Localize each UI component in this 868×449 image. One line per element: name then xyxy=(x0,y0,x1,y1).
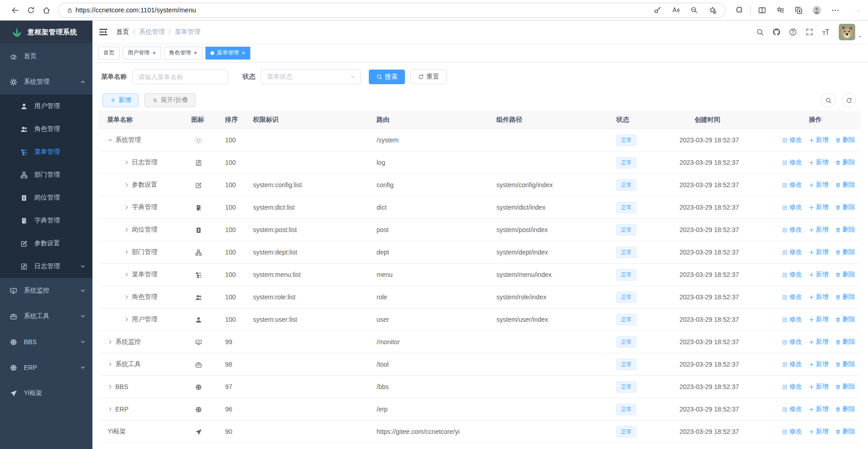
lock-icon[interactable] xyxy=(64,2,75,18)
action-delete[interactable]: 删除 xyxy=(835,181,855,189)
favorite-star-icon[interactable] xyxy=(703,3,722,17)
expand-row-icon[interactable] xyxy=(124,182,129,188)
more-icon[interactable] xyxy=(826,2,844,18)
close-icon[interactable]: × xyxy=(242,50,245,56)
status-select[interactable]: 菜单状态 xyxy=(261,70,361,84)
action-add[interactable]: 新增 xyxy=(809,338,829,346)
action-delete[interactable]: 删除 xyxy=(835,270,855,279)
copilot-icon[interactable] xyxy=(848,2,866,18)
action-edit[interactable]: 修改 xyxy=(782,158,802,167)
action-delete[interactable]: 删除 xyxy=(835,405,855,413)
tag-首页[interactable]: 首页 xyxy=(98,47,119,60)
sidebar-item-菜单管理[interactable]: 菜单管理 xyxy=(0,141,92,163)
sidebar-item-参数设置[interactable]: 参数设置 xyxy=(0,232,92,255)
sidebar-item-ERP[interactable]: ERP xyxy=(0,355,92,380)
menu-name-input[interactable] xyxy=(132,70,228,84)
action-edit[interactable]: 修改 xyxy=(782,226,802,234)
tag-角色管理[interactable]: 角色管理× xyxy=(164,47,203,60)
sidebar-item-部门管理[interactable]: 部门管理 xyxy=(0,163,92,186)
expand-row-icon[interactable] xyxy=(124,294,129,300)
favorites-icon[interactable] xyxy=(771,2,789,18)
action-add[interactable]: 新增 xyxy=(809,270,829,279)
user-avatar[interactable] xyxy=(839,24,855,40)
zoom-out-icon[interactable] xyxy=(685,3,703,17)
action-delete[interactable]: 删除 xyxy=(835,158,855,167)
search-button[interactable]: 搜索 xyxy=(369,70,405,84)
breadcrumb-item[interactable]: 首页 xyxy=(116,28,129,36)
expand-row-icon[interactable] xyxy=(124,160,129,165)
action-add[interactable]: 新增 xyxy=(809,405,829,413)
action-edit[interactable]: 修改 xyxy=(782,181,802,189)
close-icon[interactable]: × xyxy=(194,50,198,56)
action-delete[interactable]: 删除 xyxy=(835,383,855,391)
action-add[interactable]: 新增 xyxy=(809,360,829,368)
expand-collapse-button[interactable]: 展开/折叠 xyxy=(145,93,195,107)
sidebar-item-BBS[interactable]: BBS xyxy=(0,329,92,355)
action-edit[interactable]: 修改 xyxy=(782,203,802,211)
breadcrumb-item[interactable]: 系统管理 xyxy=(139,28,165,36)
expand-row-icon[interactable] xyxy=(124,317,129,322)
refresh-table-button[interactable] xyxy=(841,93,856,108)
sidebar-item-Yi框架[interactable]: Yi框架 xyxy=(0,380,92,406)
home-icon[interactable] xyxy=(38,2,54,18)
collapse-row-icon[interactable] xyxy=(108,137,113,143)
expand-row-icon[interactable] xyxy=(108,339,113,345)
sidebar-item-首页[interactable]: 首页 xyxy=(0,43,92,69)
action-add[interactable]: 新增 xyxy=(809,293,829,301)
action-delete[interactable]: 删除 xyxy=(835,315,855,324)
action-delete[interactable]: 删除 xyxy=(835,248,855,256)
sidebar-item-字典管理[interactable]: 字典管理 xyxy=(0,209,92,232)
action-add[interactable]: 新增 xyxy=(809,427,829,436)
reload-icon[interactable] xyxy=(23,2,38,18)
font-size-icon[interactable] xyxy=(818,24,834,40)
action-edit[interactable]: 修改 xyxy=(782,383,802,391)
back-icon[interactable] xyxy=(7,2,23,18)
action-delete[interactable]: 删除 xyxy=(835,203,855,211)
action-edit[interactable]: 修改 xyxy=(782,293,802,301)
sidebar-item-用户管理[interactable]: 用户管理 xyxy=(0,95,92,118)
sidebar-item-系统管理[interactable]: 系统管理 xyxy=(0,69,92,95)
sidebar-item-日志管理[interactable]: 日志管理 xyxy=(0,255,92,278)
action-edit[interactable]: 修改 xyxy=(782,427,802,436)
action-delete[interactable]: 删除 xyxy=(835,226,855,234)
expand-row-icon[interactable] xyxy=(124,205,129,210)
profile-icon[interactable] xyxy=(808,2,826,18)
action-edit[interactable]: 修改 xyxy=(782,360,802,368)
extensions-icon[interactable] xyxy=(730,2,749,18)
expand-row-icon[interactable] xyxy=(124,249,129,255)
action-edit[interactable]: 修改 xyxy=(782,136,802,144)
action-delete[interactable]: 删除 xyxy=(835,338,855,346)
url-bar[interactable]: https://ccnetcore.com:1101/system/menu xyxy=(58,3,726,18)
help-icon[interactable] xyxy=(785,24,801,40)
expand-row-icon[interactable] xyxy=(124,272,129,277)
action-edit[interactable]: 修改 xyxy=(782,405,802,413)
split-screen-icon[interactable] xyxy=(753,2,771,18)
sidebar-item-系统工具[interactable]: 系统工具 xyxy=(0,303,92,329)
collections-icon[interactable] xyxy=(789,2,808,18)
expand-row-icon[interactable] xyxy=(124,227,129,233)
action-delete[interactable]: 删除 xyxy=(835,360,855,368)
action-add[interactable]: 新增 xyxy=(809,383,829,391)
expand-row-icon[interactable] xyxy=(108,384,113,389)
action-delete[interactable]: 删除 xyxy=(835,293,855,301)
action-add[interactable]: 新增 xyxy=(809,181,829,189)
action-add[interactable]: 新增 xyxy=(809,315,829,324)
sidebar-item-岗位管理[interactable]: 岗位管理 xyxy=(0,186,92,209)
expand-row-icon[interactable] xyxy=(108,362,113,367)
action-edit[interactable]: 修改 xyxy=(782,315,802,324)
read-aloud-icon[interactable] xyxy=(667,3,685,17)
tag-用户管理[interactable]: 用户管理× xyxy=(123,47,161,60)
action-add[interactable]: 新增 xyxy=(809,158,829,167)
sidebar-item-系统监控[interactable]: 系统监控 xyxy=(0,278,92,303)
expand-row-icon[interactable] xyxy=(108,406,113,412)
close-icon[interactable]: × xyxy=(152,50,156,56)
fullscreen-icon[interactable] xyxy=(801,24,818,40)
reset-button[interactable]: 重置 xyxy=(410,70,447,84)
key-icon[interactable] xyxy=(648,3,667,17)
action-add[interactable]: 新增 xyxy=(809,248,829,256)
action-add[interactable]: 新增 xyxy=(809,136,829,144)
action-delete[interactable]: 删除 xyxy=(835,427,855,436)
action-edit[interactable]: 修改 xyxy=(782,248,802,256)
tag-菜单管理[interactable]: 菜单管理× xyxy=(205,47,250,60)
action-edit[interactable]: 修改 xyxy=(782,270,802,279)
